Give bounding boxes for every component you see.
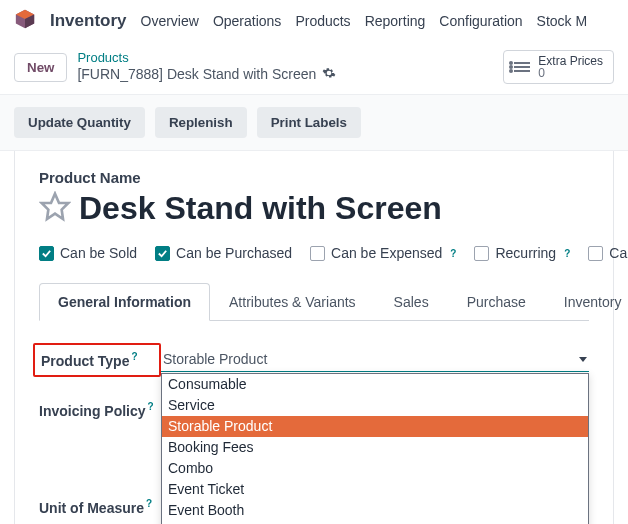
- tab-attributes-variants[interactable]: Attributes & Variants: [210, 283, 375, 320]
- nav-products[interactable]: Products: [295, 13, 350, 29]
- unit-of-measure-label: Unit of Measure?: [39, 498, 179, 516]
- option-booking-fees[interactable]: Booking Fees: [162, 437, 588, 458]
- product-type-label: Product Type?: [33, 343, 161, 377]
- nav-configuration[interactable]: Configuration: [439, 13, 522, 29]
- option-course[interactable]: Course: [162, 521, 588, 524]
- extra-prices-button[interactable]: Extra Prices 0: [503, 50, 614, 84]
- list-icon: [514, 62, 530, 72]
- checkbox-checked-icon: [155, 246, 170, 261]
- can-be-purchased-checkbox[interactable]: Can be Purchased: [155, 245, 292, 261]
- option-combo[interactable]: Combo: [162, 458, 588, 479]
- nav-stock[interactable]: Stock M: [537, 13, 588, 29]
- checkbox-icon: [310, 246, 325, 261]
- option-storable-product[interactable]: Storable Product: [162, 416, 588, 437]
- nav-overview[interactable]: Overview: [141, 13, 199, 29]
- product-title[interactable]: Desk Stand with Screen: [79, 190, 442, 227]
- checkbox-row: Can be Sold Can be Purchased Can be Expe…: [39, 245, 589, 261]
- caret-down-icon: [579, 357, 587, 362]
- can-be-extra-label: Can be: [609, 245, 628, 261]
- can-be-sold-checkbox[interactable]: Can be Sold: [39, 245, 137, 261]
- option-event-ticket[interactable]: Event Ticket: [162, 479, 588, 500]
- top-nav: Inventory Overview Operations Products R…: [0, 0, 628, 42]
- can-be-purchased-label: Can be Purchased: [176, 245, 292, 261]
- breadcrumb-current: [FURN_7888] Desk Stand with Screen: [77, 66, 316, 82]
- can-be-extra-checkbox[interactable]: Can be: [588, 245, 628, 261]
- can-be-expensed-label: Can be Expensed: [331, 245, 442, 261]
- extra-prices-value: 0: [538, 67, 603, 79]
- extra-prices-label: Extra Prices: [538, 55, 603, 67]
- help-icon[interactable]: ?: [450, 248, 456, 259]
- update-quantity-button[interactable]: Update Quantity: [14, 107, 145, 138]
- help-icon[interactable]: ?: [146, 498, 152, 509]
- checkbox-icon: [588, 246, 603, 261]
- replenish-button[interactable]: Replenish: [155, 107, 247, 138]
- action-bar: Update Quantity Replenish Print Labels: [0, 94, 628, 151]
- can-be-expensed-checkbox[interactable]: Can be Expensed ?: [310, 245, 456, 261]
- favorite-star-icon[interactable]: [39, 191, 71, 226]
- tab-general-information[interactable]: General Information: [39, 283, 210, 321]
- tabs: General Information Attributes & Variant…: [39, 283, 589, 321]
- option-service[interactable]: Service: [162, 395, 588, 416]
- option-consumable[interactable]: Consumable: [162, 374, 588, 395]
- breadcrumb: Products [FURN_7888] Desk Stand with Scr…: [77, 51, 336, 83]
- general-info-fields: Product Type? Storable Product Consumabl…: [39, 343, 589, 516]
- sub-header: New Products [FURN_7888] Desk Stand with…: [0, 42, 628, 94]
- product-type-select[interactable]: Storable Product: [161, 347, 589, 372]
- product-name-label: Product Name: [39, 169, 589, 186]
- breadcrumb-parent[interactable]: Products: [77, 51, 336, 66]
- tab-purchase[interactable]: Purchase: [448, 283, 545, 320]
- new-button[interactable]: New: [14, 53, 67, 82]
- help-icon[interactable]: ?: [148, 401, 154, 412]
- checkbox-checked-icon: [39, 246, 54, 261]
- product-type-dropdown: Consumable Service Storable Product Book…: [161, 373, 589, 524]
- product-type-value: Storable Product: [163, 351, 267, 367]
- gear-icon[interactable]: [322, 66, 336, 83]
- help-icon[interactable]: ?: [131, 351, 137, 362]
- svg-marker-3: [42, 194, 69, 219]
- recurring-label: Recurring: [495, 245, 556, 261]
- product-type-row: Product Type? Storable Product Consumabl…: [39, 343, 589, 377]
- recurring-checkbox[interactable]: Recurring ?: [474, 245, 570, 261]
- option-event-booth[interactable]: Event Booth: [162, 500, 588, 521]
- checkbox-icon: [474, 246, 489, 261]
- can-be-sold-label: Can be Sold: [60, 245, 137, 261]
- tab-sales[interactable]: Sales: [375, 283, 448, 320]
- nav-reporting[interactable]: Reporting: [365, 13, 426, 29]
- nav-operations[interactable]: Operations: [213, 13, 281, 29]
- help-icon[interactable]: ?: [564, 248, 570, 259]
- form-sheet: Product Name Desk Stand with Screen Can …: [14, 151, 614, 524]
- app-name: Inventory: [50, 11, 127, 31]
- app-logo: [14, 8, 36, 33]
- tab-inventory[interactable]: Inventory: [545, 283, 628, 320]
- invoicing-policy-label: Invoicing Policy?: [39, 401, 179, 419]
- print-labels-button[interactable]: Print Labels: [257, 107, 361, 138]
